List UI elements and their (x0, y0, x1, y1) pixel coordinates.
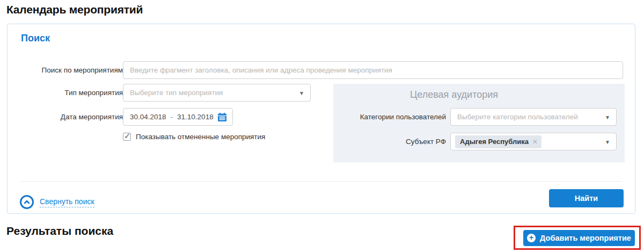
date-from-value[interactable]: 30.04.2018 (130, 113, 166, 121)
date-range-input[interactable]: 30.04.2018 - 31.10.2018 (123, 108, 233, 126)
region-tag-label: Адыгея Республика (460, 138, 529, 146)
chevron-down-icon: ▼ (605, 139, 610, 145)
chevron-down-icon: ▼ (299, 90, 304, 96)
date-to-value[interactable]: 31.10.2018 (177, 113, 214, 121)
page-title: Календарь мероприятий (6, 3, 143, 16)
query-label: Поиск по мероприятиям (21, 61, 123, 79)
categories-label: Категории пользователей (333, 108, 446, 126)
panel-divider (21, 181, 623, 182)
audience-panel: Целевая аудитория Категории пользователе… (333, 84, 625, 162)
page: Календарь мероприятий Поиск Поиск по мер… (0, 0, 644, 252)
chevron-up-circle-icon[interactable] (20, 195, 34, 209)
audience-title: Целевая аудитория (410, 89, 498, 100)
date-separator: - (171, 113, 173, 121)
type-select-placeholder: Выберите тип мероприятия (130, 89, 223, 97)
region-label: Субъект РФ (333, 133, 446, 150)
add-event-button[interactable]: + Добавить мероприятие (523, 230, 635, 246)
region-select[interactable]: Адыгея Республика ✕ ▼ (450, 133, 617, 150)
categories-select[interactable]: Выберите категории пользователей ▼ (450, 108, 617, 126)
find-button[interactable]: Найти (549, 189, 624, 207)
categories-select-placeholder: Выберите категории пользователей (457, 113, 578, 121)
show-cancelled-row: Показывать отмененные мероприятия (123, 133, 265, 141)
date-label: Дата мероприятия (21, 108, 123, 126)
calendar-icon[interactable] (217, 112, 227, 122)
results-title: Результаты поиска (6, 225, 113, 237)
type-label: Тип мероприятия (21, 84, 123, 102)
add-event-button-label: Добавить мероприятие (540, 234, 631, 242)
query-input[interactable] (123, 61, 623, 79)
remove-tag-icon[interactable]: ✕ (532, 138, 538, 146)
search-panel: Поиск Поиск по мероприятиям Тип мероприя… (7, 24, 635, 214)
collapse-search-link[interactable]: Свернуть поиск (40, 197, 94, 207)
search-panel-title: Поиск (21, 33, 50, 44)
plus-icon: + (527, 234, 536, 242)
type-select[interactable]: Выберите тип мероприятия ▼ (123, 84, 311, 102)
show-cancelled-label: Показывать отмененные мероприятия (136, 133, 265, 141)
region-tag: Адыгея Республика ✕ (455, 135, 541, 148)
show-cancelled-checkbox[interactable] (123, 133, 131, 141)
collapse-search[interactable]: Свернуть поиск (20, 195, 94, 209)
chevron-down-icon: ▼ (605, 114, 610, 120)
